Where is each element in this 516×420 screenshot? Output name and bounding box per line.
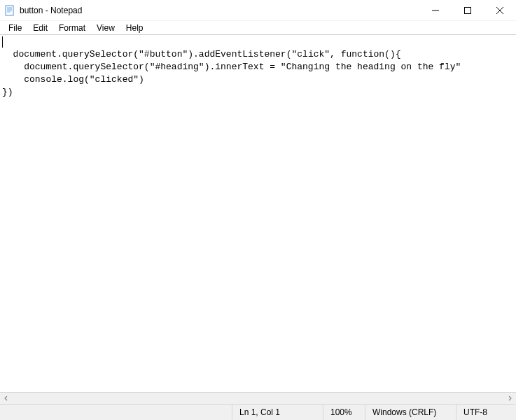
status-line-ending: Windows (CRLF): [365, 405, 456, 420]
minimize-icon: [432, 7, 439, 14]
menu-help[interactable]: Help: [120, 22, 149, 34]
editor-content: document.querySelector("#button").addEve…: [2, 49, 461, 97]
svg-rect-6: [465, 8, 471, 14]
window-controls: [419, 0, 516, 20]
menu-view[interactable]: View: [91, 22, 120, 34]
minimize-button[interactable]: [419, 0, 452, 21]
menu-edit[interactable]: Edit: [27, 22, 53, 34]
text-editor[interactable]: document.querySelector("#button").addEve…: [0, 35, 516, 392]
maximize-button[interactable]: [452, 0, 484, 21]
menu-format[interactable]: Format: [53, 22, 91, 34]
status-spacer: [0, 405, 232, 420]
notepad-icon: [4, 5, 15, 16]
status-zoom: 100%: [323, 405, 365, 420]
statusbar: Ln 1, Col 1 100% Windows (CRLF) UTF-8: [0, 404, 516, 420]
close-icon: [496, 7, 503, 14]
window-title: button - Notepad: [20, 6, 419, 15]
menubar: File Edit Format View Help: [0, 21, 516, 35]
maximize-icon: [464, 7, 471, 14]
status-position: Ln 1, Col 1: [232, 405, 323, 420]
text-cursor: [2, 36, 3, 48]
scroll-left-icon[interactable]: [1, 393, 11, 403]
scroll-right-icon[interactable]: [505, 393, 515, 403]
horizontal-scrollbar[interactable]: [0, 392, 516, 404]
status-encoding: UTF-8: [456, 405, 516, 420]
close-button[interactable]: [484, 0, 516, 21]
menu-file[interactable]: File: [3, 22, 27, 34]
titlebar: button - Notepad: [0, 0, 516, 21]
